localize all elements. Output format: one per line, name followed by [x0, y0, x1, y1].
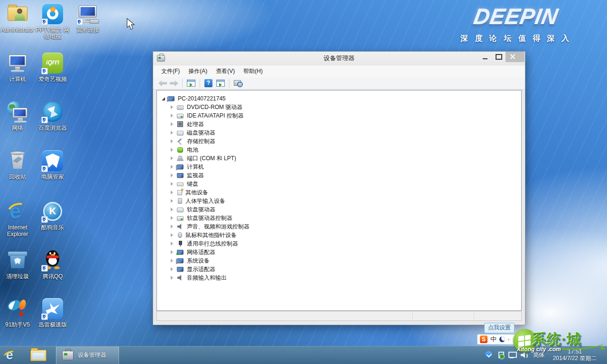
desktop-icon-network[interactable]: 网络 [0, 101, 35, 131]
unknown-device-icon [177, 190, 182, 195]
desktop-icon-label: 腾讯QQ [35, 273, 70, 280]
tree-item-floppy[interactable]: 软盘驱动器 [162, 205, 521, 214]
tree-item-sound[interactable]: 声音、视频和游戏控制器 [162, 222, 521, 231]
tree-item-disk[interactable]: 磁盘驱动器 [162, 128, 521, 137]
close-button[interactable] [506, 52, 524, 62]
settings-bubble[interactable]: 点我设置 [484, 323, 515, 333]
pptv-icon [42, 3, 64, 25]
chevron-right-icon[interactable] [171, 259, 173, 263]
desktop-icon-administrator[interactable]: Administrator [0, 3, 35, 33]
chevron-right-icon[interactable] [171, 139, 173, 143]
title-bar[interactable]: 设备管理器 [153, 52, 525, 65]
iqiyi-icon: iQIYI [42, 52, 64, 74]
moon-icon[interactable] [499, 337, 505, 342]
taskbar-ie-button[interactable]: e [0, 346, 19, 364]
chevron-right-icon[interactable] [171, 173, 173, 177]
chevron-right-icon[interactable] [171, 156, 173, 160]
desktop-icon-label: 爱奇艺视频 [35, 76, 70, 82]
chevron-right-icon[interactable] [171, 191, 173, 194]
desktop-icon-label: 回收站 [0, 173, 35, 180]
help-icon[interactable]: ? [204, 79, 212, 87]
chevron-expanded-icon[interactable] [162, 97, 165, 100]
tree-item-label: 通用串行总线控制器 [187, 240, 238, 248]
desktop-icon-qq[interactable]: 腾讯QQ [35, 249, 70, 280]
back-icon[interactable] [158, 80, 167, 86]
minimize-button[interactable] [478, 52, 492, 62]
tree-item-ide[interactable]: IDE ATA/ATAPI 控制器 [162, 111, 521, 120]
chevron-right-icon[interactable] [171, 233, 173, 237]
desktop-icon-xunlei[interactable]: 迅雷极速版 [35, 298, 70, 328]
tree-item-monitor[interactable]: 监视器 [162, 171, 521, 180]
menu-help[interactable]: 帮助(H) [239, 65, 267, 77]
taskbar-explorer-button[interactable] [30, 350, 46, 361]
tree-item-audio[interactable]: 音频输入和输出 [162, 273, 521, 282]
properties-icon[interactable] [216, 80, 225, 87]
shortcut-arrow-icon [41, 18, 48, 25]
chevron-right-icon[interactable] [171, 131, 173, 135]
tree-item-system[interactable]: 系统设备 [162, 256, 521, 265]
maximize-button[interactable] [492, 52, 506, 62]
tree-item-hid[interactable]: 人体学输入设备 [162, 197, 521, 205]
desktop-icon-label: 清理垃圾 [0, 273, 35, 280]
tree-item-computer[interactable]: 计算机 [162, 163, 521, 171]
tree-item-floppy-controller[interactable]: 软盘驱动器控制器 [162, 214, 521, 222]
desktop-icon-iqiyi[interactable]: iQIYI 爱奇艺视频 [35, 52, 70, 82]
chevron-right-icon[interactable] [171, 225, 173, 228]
chevron-right-icon[interactable] [171, 267, 173, 271]
tree-item-keyboard[interactable]: 键盘 [162, 180, 521, 188]
forward-icon[interactable] [170, 80, 178, 86]
desktop-icon-clean-trash[interactable]: 清理垃圾 [0, 249, 35, 280]
tree-item-network-adapter[interactable]: 网络适配器 [162, 248, 521, 256]
menu-file[interactable]: 文件(F) [157, 65, 184, 77]
computer-icon [7, 52, 28, 74]
desktop-icon-pptv[interactable]: PPTV聚力 网络电视 [35, 3, 70, 40]
desktop-icon-recycle-bin[interactable]: 回收站 [0, 150, 35, 180]
chevron-right-icon[interactable] [171, 122, 173, 126]
desktop-icon-computer[interactable]: 计算机 [0, 52, 35, 82]
device-manager-task-icon [62, 351, 74, 360]
tray-usb-icon[interactable] [497, 352, 504, 359]
sogou-icon[interactable]: S [480, 336, 487, 343]
show-console-tree-icon[interactable] [187, 80, 195, 87]
chevron-right-icon[interactable] [171, 199, 173, 203]
chevron-right-icon[interactable] [171, 182, 173, 186]
chevron-right-icon[interactable] [171, 114, 173, 118]
chevron-right-icon[interactable] [171, 276, 173, 280]
chevron-right-icon[interactable] [171, 148, 173, 152]
chevron-right-icon[interactable] [171, 250, 173, 254]
chevron-right-icon[interactable] [171, 105, 173, 109]
menu-view[interactable]: 查看(V) [212, 65, 239, 77]
tree-item-battery[interactable]: 电池 [162, 146, 521, 154]
tree-item-other[interactable]: 其他设备 [162, 188, 521, 197]
tree-item-dvd[interactable]: DVD/CD-ROM 驱动器 [162, 103, 521, 111]
tree-item-storage[interactable]: 存储控制器 [162, 137, 521, 146]
tree-item-ports[interactable]: 端口 (COM 和 LPT) [162, 154, 521, 163]
ide-controller-icon [177, 114, 184, 118]
chevron-right-icon[interactable] [171, 165, 173, 169]
tree-item-cpu[interactable]: 处理器 [162, 120, 521, 128]
desktop-icon-baidu-browser[interactable]: 百度浏览器 [35, 101, 70, 131]
usb-controller-icon [177, 241, 184, 246]
desktop-icon-broadband[interactable]: 宽带连接 [70, 3, 105, 33]
tree-item-display-adapter[interactable]: 显示适配器 [162, 265, 521, 273]
device-tree-pane: PC-201407221745 DVD/CD-ROM 驱动器 IDE ATA/A… [156, 90, 522, 311]
taskbar-device-manager-button[interactable]: 设备管理器 [56, 346, 119, 364]
tray-shield-icon[interactable] [485, 351, 492, 359]
desktop-icon-91helper[interactable]: 91助手V5 [0, 298, 35, 328]
desktop-icon-internet-explorer[interactable]: e Internet Explorer [0, 200, 35, 237]
scan-hardware-icon[interactable] [234, 79, 243, 87]
tree-item-usb[interactable]: 通用串行总线控制器 [162, 239, 521, 248]
menu-bar: 文件(F) 操作(A) 查看(V) 帮助(H) [153, 65, 525, 77]
chevron-right-icon[interactable] [171, 242, 173, 246]
desktop-icon-kugou[interactable]: K 酷狗音乐 [35, 200, 70, 231]
menu-action[interactable]: 操作(A) [184, 65, 212, 77]
desktop-icon-pc-manager[interactable]: 电脑管家 [35, 150, 70, 180]
shortcut-arrow-icon [41, 165, 48, 172]
tree-root[interactable]: PC-201407221745 [162, 94, 521, 103]
desktop-icon-label: 酷狗音乐 [35, 224, 70, 231]
chevron-right-icon[interactable] [171, 216, 173, 220]
chevron-right-icon[interactable] [171, 208, 173, 211]
watermark-subtitle: Xitong city .com [517, 346, 561, 353]
ime-mode-indicator[interactable]: 中 [490, 335, 497, 344]
tree-item-mouse[interactable]: 鼠标和其他指针设备 [162, 231, 521, 239]
